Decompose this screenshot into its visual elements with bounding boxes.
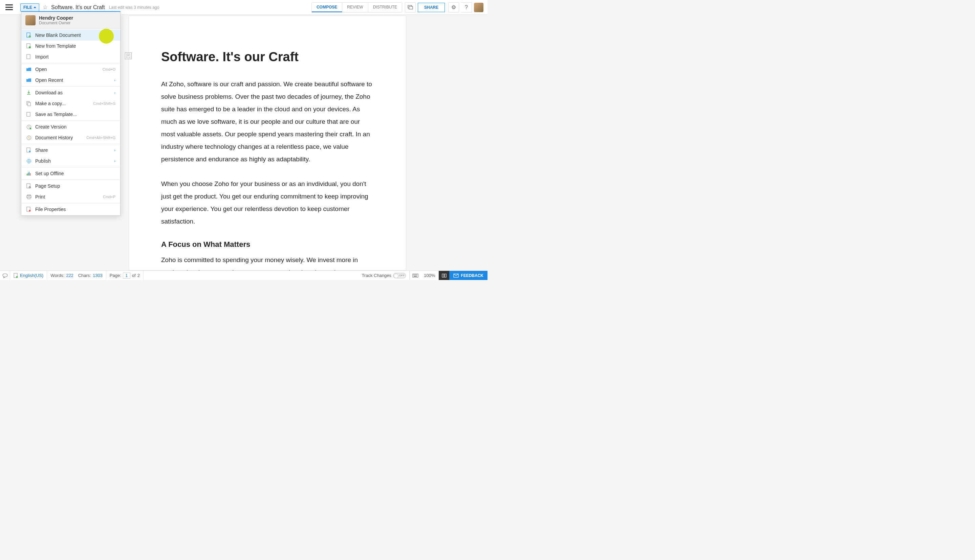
toggle-state: OFF	[399, 274, 405, 277]
svg-rect-1	[409, 7, 413, 9]
svg-rect-10	[27, 112, 30, 116]
avatar[interactable]	[474, 3, 483, 12]
svg-point-6	[29, 46, 31, 48]
menu-item-label: Share	[35, 147, 48, 153]
svg-rect-29	[127, 54, 130, 58]
file-menu-button[interactable]: FILE	[20, 3, 39, 12]
menu-item-label: New from Template	[35, 43, 76, 49]
menu-file-properties[interactable]: File Properties	[21, 204, 120, 215]
last-edit-label: Last edit was 3 minutes ago	[109, 5, 159, 10]
menu-item-label: Save as Template...	[35, 112, 77, 117]
feedback-button[interactable]: FEEDBACK	[449, 271, 487, 280]
menu-item-label: Open Recent	[35, 77, 63, 83]
document-paragraph: Zoho is committed to spending your money…	[161, 253, 374, 270]
menu-save-template[interactable]: Save as Template...	[21, 109, 120, 120]
language-selector[interactable]: English(US)	[10, 271, 47, 280]
chat-icon[interactable]	[0, 271, 10, 280]
menu-publish[interactable]: Publish ›	[21, 155, 120, 167]
menu-print[interactable]: Print Cmd+P	[21, 192, 120, 202]
svg-rect-39	[415, 275, 416, 275]
menu-make-copy[interactable]: Make a copy... Cmd+Shift+S	[21, 98, 120, 109]
mail-icon	[453, 273, 459, 278]
svg-rect-41	[414, 276, 417, 277]
menu-open[interactable]: Open Cmd+O	[21, 64, 120, 75]
menu-owner: Hendry Cooper Document Owner	[21, 12, 120, 29]
menu-item-label: File Properties	[35, 207, 66, 212]
page-of-label: of	[132, 273, 136, 278]
words-value: 222	[66, 273, 74, 278]
page-input[interactable]	[123, 273, 130, 278]
word-count[interactable]: Words: 222 Chars: 1303	[47, 271, 106, 280]
copy-icon	[26, 101, 32, 106]
menu-page-setup[interactable]: ⚙ Page Setup	[21, 181, 120, 192]
menu-new-blank[interactable]: + New Blank Document	[21, 30, 120, 41]
folder-icon	[26, 67, 32, 72]
tab-review[interactable]: REVIEW	[342, 3, 368, 12]
svg-rect-9	[28, 102, 30, 106]
folder-recent-icon	[26, 77, 32, 83]
page-note-icon[interactable]	[125, 52, 132, 59]
offline-icon	[26, 171, 32, 176]
gear-icon[interactable]: ⚙	[448, 2, 459, 13]
document-page[interactable]: Software. It's our Craft At Zoho, softwa…	[129, 15, 406, 270]
menu-item-label: Make a copy...	[35, 101, 66, 106]
track-changes-label: Track Changes	[361, 273, 391, 278]
chars-label: Chars:	[78, 273, 91, 278]
chevron-right-icon: ›	[114, 91, 115, 95]
chars-value: 1303	[93, 273, 102, 278]
menu-create-version[interactable]: Create Version	[21, 122, 120, 132]
owner-name: Hendry Cooper	[39, 15, 73, 21]
tab-distribute[interactable]: DISTRIBUTE	[368, 3, 402, 12]
menu-item-label: Download as	[35, 90, 63, 95]
properties-icon	[26, 207, 32, 212]
menu-download-as[interactable]: Download as ›	[21, 87, 120, 98]
document-title[interactable]: Software. It's our Craft	[51, 4, 105, 10]
menu-item-label: Print	[35, 194, 45, 200]
zoom-level[interactable]: 100%	[420, 271, 438, 280]
history-icon	[26, 135, 32, 140]
publish-icon	[26, 158, 32, 164]
template-icon	[26, 43, 32, 49]
help-icon[interactable]: ?	[461, 2, 472, 13]
menu-setup-offline[interactable]: Set up Offline	[21, 168, 120, 179]
reading-view-icon[interactable]	[438, 271, 449, 280]
svg-text:⚙: ⚙	[29, 187, 30, 188]
star-icon[interactable]: ☆	[43, 4, 48, 11]
menu-import[interactable]: Import	[21, 52, 120, 62]
page-indicator[interactable]: Page: of 2	[106, 271, 144, 280]
comments-icon[interactable]	[405, 2, 416, 13]
menu-new-template[interactable]: New from Template	[21, 41, 120, 52]
svg-point-35	[16, 276, 18, 278]
document-heading: Software. It's our Craft	[161, 50, 374, 64]
svg-point-28	[29, 210, 31, 212]
svg-rect-37	[413, 275, 414, 275]
menu-item-label: Publish	[35, 158, 51, 164]
save-template-icon	[26, 112, 32, 117]
menu-open-recent[interactable]: Open Recent ›	[21, 75, 120, 85]
keyboard-icon[interactable]	[410, 271, 420, 280]
document-paragraph: When you choose Zoho for your business o…	[161, 178, 374, 228]
menu-document-history[interactable]: Document History Cmd+Alt+Shift+G	[21, 132, 120, 143]
svg-rect-36	[413, 274, 418, 277]
print-icon	[26, 194, 32, 200]
owner-avatar	[25, 15, 35, 25]
page-setup-icon: ⚙	[26, 183, 32, 189]
svg-rect-19	[29, 172, 30, 175]
svg-rect-17	[27, 174, 27, 175]
page-label: Page:	[110, 273, 121, 278]
svg-point-33	[3, 273, 7, 277]
menu-share[interactable]: Share ›	[21, 145, 120, 155]
file-label: FILE	[23, 5, 32, 10]
track-changes-toggle[interactable]: OFF	[393, 273, 406, 278]
svg-text:+: +	[30, 35, 30, 38]
menu-icon[interactable]	[4, 3, 14, 12]
tab-compose[interactable]: COMPOSE	[312, 3, 342, 12]
menu-item-label: Create Version	[35, 124, 67, 130]
svg-rect-38	[415, 275, 415, 275]
track-changes[interactable]: Track Changes OFF	[358, 271, 410, 280]
menu-item-label: Page Setup	[35, 183, 60, 189]
shortcut: Cmd+O	[102, 67, 115, 72]
share-button[interactable]: SHARE	[418, 3, 445, 12]
chevron-right-icon: ›	[114, 148, 115, 152]
chevron-right-icon: ›	[114, 78, 115, 82]
